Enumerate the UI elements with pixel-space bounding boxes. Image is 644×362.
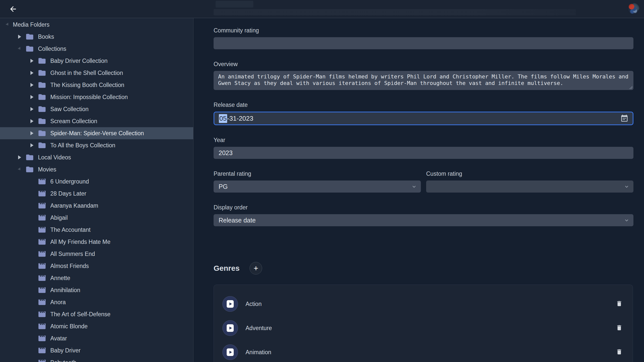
tree-item-label: Baby Driver [50,347,80,354]
sidebar-tree-item[interactable]: Media Folders [0,19,193,31]
genre-label: Animation [246,349,615,356]
tree-item-label: Books [38,33,54,40]
movie-icon [37,189,47,198]
chevron-down-icon [623,183,630,190]
genre-label: Adventure [246,325,615,332]
delete-genre-button[interactable] [615,324,624,333]
sidebar-tree-item[interactable]: The Accountant [0,224,193,236]
display-order-select[interactable]: Release date [214,214,633,226]
sidebar-tree-item-selected[interactable]: Spider-Man: Spider-Verse Collection [0,127,193,139]
tree-item-label: The Art of Self-Defense [50,311,110,318]
date-rest-segment[interactable]: -31-2023 [227,115,253,122]
tree-item-label: Babyteeth [50,359,76,362]
year-field: Year [214,137,633,159]
tree-item-label: Abigail [50,214,68,221]
tree-item-label: Movies [38,166,56,173]
sidebar-tree-item[interactable]: Annette [0,272,193,284]
sidebar-tree-item[interactable]: Collections [0,43,193,55]
parental-rating-select[interactable]: PG [214,180,421,193]
sidebar-tree-item[interactable]: Baby Driver [0,344,193,356]
delete-genre-button[interactable] [615,348,624,357]
sidebar-tree-item[interactable]: Books [0,31,193,43]
genre-avatar [222,344,238,360]
tree-item-label: Spider-Man: Spider-Verse Collection [50,130,144,137]
genre-list-item[interactable]: Animation [214,340,633,362]
movie-icon [37,225,47,234]
obscured-scrolled-content [214,9,576,15]
movie-icon [37,310,47,319]
caret-collapsed-icon[interactable] [30,107,34,111]
tree-item-label: Media Folders [13,21,50,28]
tree-item-label: 6 Underground [50,178,89,185]
caret-collapsed-icon[interactable] [18,35,21,39]
folder-icon [25,44,34,53]
sidebar-tree-item[interactable]: All Summers End [0,248,193,260]
caret-collapsed-icon[interactable] [18,155,21,159]
sidebar-tree-item[interactable]: Saw Collection [0,103,193,115]
folder-icon [37,129,47,138]
caret-expanded-icon[interactable] [6,23,10,27]
folder-icon [37,57,47,65]
community-rating-input[interactable] [214,37,633,49]
caret-expanded-icon[interactable] [18,47,22,51]
tree-item-label: Collections [38,46,66,52]
folder-icon [25,153,34,162]
release-date-input[interactable]: 05-31-2023 [214,112,633,125]
tree-item-label: Anora [50,299,66,306]
tree-item-label: All My Friends Hate Me [50,239,110,245]
back-button[interactable] [8,4,19,15]
custom-rating-field: Custom rating [426,170,633,193]
sidebar-tree-item[interactable]: Mission: Impossible Collection [0,91,193,103]
custom-rating-label: Custom rating [426,170,633,177]
sidebar-tree-item[interactable]: Baby Driver Collection [0,55,193,67]
sidebar-tree-item[interactable]: Movies [0,163,193,175]
sidebar-tree-item[interactable]: Babyteeth [0,356,193,362]
sidebar-tree-item[interactable]: 28 Days Later [0,188,193,200]
sidebar-tree-item[interactable]: Avatar [0,332,193,344]
add-genre-button[interactable]: + [250,262,262,275]
genre-list-item[interactable]: Action [214,292,633,316]
overview-textarea[interactable]: An animated trilogy of Spider-Man films … [214,71,633,90]
custom-rating-select[interactable] [426,180,633,193]
movie-icon [37,286,47,294]
sidebar-tree-item[interactable]: Abigail [0,212,193,224]
sidebar-tree-item[interactable]: Almost Friends [0,260,193,272]
trash-icon [616,300,623,307]
sidebar-tree-item[interactable]: The Art of Self-Defense [0,308,193,320]
caret-collapsed-icon[interactable] [30,83,34,87]
folder-icon [37,117,47,125]
sidebar-tree-item[interactable]: The Kissing Booth Collection [0,79,193,91]
sidebar-tree-item[interactable]: Scream Collection [0,115,193,127]
delete-genre-button[interactable] [615,299,624,308]
caret-collapsed-icon[interactable] [30,131,34,135]
parental-rating-field: Parental rating PG [214,170,421,193]
caret-collapsed-icon[interactable] [30,71,34,75]
year-input[interactable] [214,147,633,159]
caret-collapsed-icon[interactable] [30,143,34,147]
ratings-row: Parental rating PG Custom rating [214,170,633,193]
sidebar-tree-item[interactable]: Ghost in the Shell Collection [0,67,193,79]
genres-list: Action Adventure Animation [214,285,633,362]
tree-item-label: To All the Boys Collection [50,142,115,149]
sidebar-tree-item[interactable]: All My Friends Hate Me [0,236,193,248]
sidebar-tree-item[interactable]: 6 Underground [0,175,193,188]
genres-header: Genres + [214,262,633,275]
caret-collapsed-icon[interactable] [30,119,34,123]
caret-collapsed-icon[interactable] [30,59,34,63]
trash-icon [616,348,623,355]
calendar-picker-button[interactable] [620,114,629,123]
sidebar-tree-item[interactable]: To All the Boys Collection [0,139,193,151]
sidebar-tree-item[interactable]: Aaranya Kaandam [0,200,193,212]
release-date-label: Release date [214,102,633,108]
parental-rating-label: Parental rating [214,170,421,177]
sidebar-tree-item[interactable]: Local Videos [0,151,193,163]
sidebar-tree-item[interactable]: Annihilation [0,284,193,296]
community-rating-label: Community rating [214,27,633,34]
genre-list-item[interactable]: Adventure [214,316,633,340]
sidebar-tree-item[interactable]: Anora [0,296,193,308]
user-avatar[interactable] [627,3,639,15]
date-month-segment[interactable]: 05 [219,114,227,123]
caret-expanded-icon[interactable] [18,167,22,171]
sidebar-tree-item[interactable]: Atomic Blonde [0,320,193,332]
caret-collapsed-icon[interactable] [30,95,34,99]
